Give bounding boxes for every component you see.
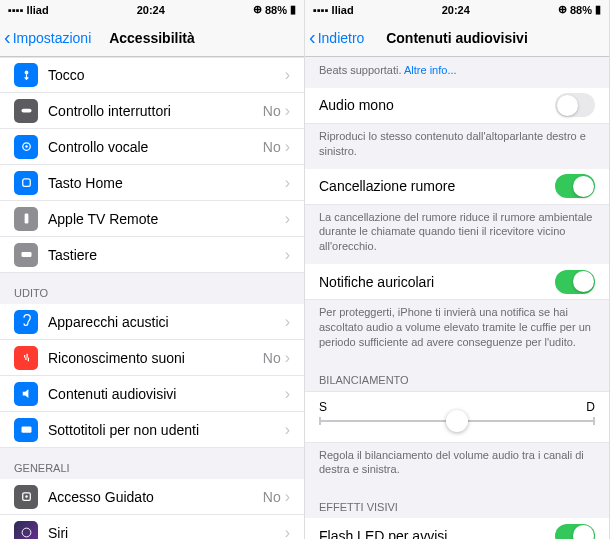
cell-label: Riconoscimento suoni [48, 350, 263, 366]
mono-toggle[interactable] [555, 93, 595, 117]
status-bar: ▪▪▪▪Iliad 20:24 ⊕88%▮ [0, 0, 304, 19]
content: Beats supportati. Altre info... Audio mo… [305, 57, 609, 539]
chevron-right-icon: › [285, 246, 290, 264]
flash-toggle[interactable] [555, 524, 595, 539]
cell-label: Cancellazione rumore [319, 178, 555, 194]
hearing-icon [14, 310, 38, 334]
chevron-right-icon: › [285, 102, 290, 120]
balance-left-label: S [319, 400, 327, 414]
touch-icon [14, 63, 38, 87]
cell-accesso[interactable]: Accesso Guidato No › [0, 479, 304, 515]
svg-point-0 [24, 70, 28, 74]
signal-icon: ▪▪▪▪ [313, 4, 329, 16]
navbar: ‹Indietro Contenuti audiovisivi [305, 19, 609, 57]
home-icon [14, 171, 38, 195]
cell-label: Audio mono [319, 97, 555, 113]
balance-right-label: D [586, 400, 595, 414]
cell-label: Accesso Guidato [48, 489, 263, 505]
status-bar: ▪▪▪▪Iliad 20:24 ⊕88%▮ [305, 0, 609, 19]
cell-vocale[interactable]: Controllo vocale No › [0, 129, 304, 165]
svg-rect-4 [22, 179, 30, 187]
siri-icon [14, 521, 38, 540]
remote-icon [14, 207, 38, 231]
cell-flash: Flash LED per avvisi [305, 518, 609, 539]
time: 20:24 [137, 4, 165, 16]
battery: 88% [570, 4, 592, 16]
cell-riconoscimento[interactable]: Riconoscimento suoni No › [0, 340, 304, 376]
back-button[interactable]: ‹Indietro [305, 26, 364, 49]
chevron-left-icon: ‹ [309, 26, 316, 49]
cell-audiovisivi[interactable]: Contenuti audiovisivi › [0, 376, 304, 412]
cell-noise: Cancellazione rumore [305, 169, 609, 205]
cell-value: No [263, 350, 281, 366]
chevron-left-icon: ‹ [4, 26, 11, 49]
audio-icon [14, 382, 38, 406]
balance-header: Bilanciamento [305, 360, 609, 391]
cell-label: Tasto Home [48, 175, 285, 191]
chevron-right-icon: › [285, 385, 290, 403]
cell-value: No [263, 103, 281, 119]
svg-rect-7 [21, 426, 31, 432]
chevron-right-icon: › [285, 349, 290, 367]
cell-tocco[interactable]: Tocco › [0, 57, 304, 93]
cell-label: Contenuti audiovisivi [48, 386, 285, 402]
cell-label: Notifiche auricolari [319, 274, 555, 290]
cell-mono: Audio mono [305, 88, 609, 124]
svg-rect-1 [21, 109, 31, 113]
noise-toggle[interactable] [555, 174, 595, 198]
cell-label: Apple TV Remote [48, 211, 285, 227]
balance-slider[interactable] [319, 420, 595, 422]
cell-label: Tastiere [48, 247, 285, 263]
navbar: ‹Impostazioni Accessibilità [0, 19, 304, 57]
mono-footer: Riproduci lo stesso contenuto dall'altop… [305, 124, 609, 169]
beats-link[interactable]: Altre info... [404, 64, 457, 76]
chevron-right-icon: › [285, 421, 290, 439]
carrier: Iliad [332, 4, 354, 16]
guided-access-icon [14, 485, 38, 509]
chevron-right-icon: › [285, 524, 290, 540]
cell-label: Siri [48, 525, 285, 540]
cell-notif: Notifiche auricolari [305, 264, 609, 300]
cell-label: Controllo vocale [48, 139, 263, 155]
signal-icon: ▪▪▪▪ [8, 4, 24, 16]
effects-header: Effetti visivi [305, 487, 609, 518]
notif-toggle[interactable] [555, 270, 595, 294]
svg-rect-6 [21, 252, 31, 257]
back-label: Indietro [318, 30, 365, 46]
cell-home[interactable]: Tasto Home › [0, 165, 304, 201]
svg-rect-5 [24, 214, 28, 224]
cell-interruttori[interactable]: Controllo interruttori No › [0, 93, 304, 129]
svg-point-9 [25, 496, 26, 497]
subtitles-icon [14, 418, 38, 442]
chevron-right-icon: › [285, 174, 290, 192]
chevron-right-icon: › [285, 313, 290, 331]
balance-footer: Regola il bilanciamento del volume audio… [305, 443, 609, 488]
cell-siri[interactable]: Siri › [0, 515, 304, 539]
battery-icon: ▮ [595, 3, 601, 16]
cell-label: Controllo interruttori [48, 103, 263, 119]
section-udito: Udito [0, 273, 304, 304]
notif-footer: Per proteggerti, iPhone ti invierà una n… [305, 300, 609, 360]
cell-tastiere[interactable]: Tastiere › [0, 237, 304, 273]
slider-thumb[interactable] [446, 410, 468, 432]
battery-icon: ▮ [290, 3, 296, 16]
sound-recognition-icon [14, 346, 38, 370]
svg-point-3 [25, 145, 28, 148]
cell-appletv[interactable]: Apple TV Remote › [0, 201, 304, 237]
left-screen: ▪▪▪▪Iliad 20:24 ⊕88%▮ ‹Impostazioni Acce… [0, 0, 305, 539]
balance-slider-wrap: S D [305, 391, 609, 443]
cell-sottotitoli[interactable]: Sottotitoli per non udenti › [0, 412, 304, 448]
cell-label: Tocco [48, 67, 285, 83]
keyboard-icon [14, 243, 38, 267]
cell-label: Sottotitoli per non udenti [48, 422, 285, 438]
cell-label: Flash LED per avvisi [319, 528, 555, 539]
voice-icon [14, 135, 38, 159]
chevron-right-icon: › [285, 66, 290, 84]
back-button[interactable]: ‹Impostazioni [0, 26, 91, 49]
noise-footer: La cancellazione del rumore riduce il ru… [305, 205, 609, 265]
battery: 88% [265, 4, 287, 16]
back-label: Impostazioni [13, 30, 92, 46]
section-generali: Generali [0, 448, 304, 479]
cell-value: No [263, 489, 281, 505]
cell-apparecchi[interactable]: Apparecchi acustici › [0, 304, 304, 340]
